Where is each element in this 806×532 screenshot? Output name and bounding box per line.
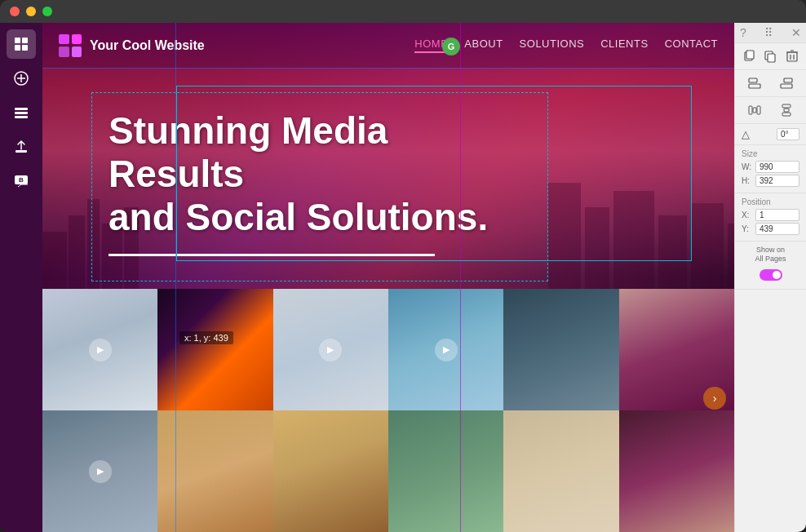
svg-rect-2 [15,45,20,51]
photo-cell-11[interactable] [503,410,618,532]
photo-grid: ▶ ▶ ▶ [42,289,734,532]
question-icon[interactable]: ? [740,26,746,39]
hero-content: Stunning Media Results and Social Soluti… [91,68,685,282]
x-value[interactable]: 1 [755,209,799,221]
svg-rect-42 [782,113,790,116]
svg-rect-25 [746,51,754,59]
height-label: H: [742,176,753,185]
y-value[interactable]: 439 [755,223,799,235]
angle-value[interactable]: 0° [777,128,799,140]
nav-logo: Your Cool Website [59,34,205,57]
copy-icon[interactable] [740,47,758,65]
svg-rect-23 [728,224,734,289]
right-panel: ? ⠿ ✕ [734,23,806,532]
show-all-pages-section: Show on All Pages [735,242,806,290]
chat-btn[interactable]: B [7,166,36,196]
svg-rect-7 [15,108,28,110]
distribute-h-icon[interactable] [746,101,764,119]
logo-square-3 [59,47,69,57]
title-bar [0,0,806,23]
website-preview: Your Cool Website HOME ABOUT SOLUTIONS C… [42,23,734,532]
photo-cell-9[interactable] [273,410,388,532]
photo-cell-3[interactable]: ▶ [273,289,388,410]
logo-square-4 [72,47,82,57]
svg-rect-34 [749,84,760,88]
duplicate-icon[interactable] [761,47,779,65]
photo-cell-7[interactable]: ▶ [42,410,157,532]
svg-rect-27 [768,54,775,62]
photo-cell-4[interactable]: ▶ [388,289,503,410]
svg-rect-28 [787,52,797,61]
mac-window: B [0,0,806,532]
toggle-row [742,265,799,285]
left-toolbar: B [0,23,42,532]
toggle-switch[interactable] [760,269,782,281]
hero-divider-line [108,254,435,256]
width-field: W: 990 [742,161,799,173]
panel-header: ? ⠿ ✕ [735,23,806,43]
logo-square-2 [72,34,82,45]
editor-body: B [0,23,806,532]
hero-title-line1: Stunning Media Results [108,109,388,195]
height-value[interactable]: 392 [755,175,799,187]
align-left-icon[interactable] [746,74,764,92]
nav-solutions[interactable]: SOLUTIONS [520,38,585,53]
width-value[interactable]: 990 [755,161,799,173]
grid-icon-btn[interactable] [7,29,36,59]
nav-links: HOME ABOUT SOLUTIONS CLIENTS CONTACT [414,38,718,53]
photo-cell-10[interactable] [388,410,503,532]
panel-icon-row-3 [735,97,806,124]
maximize-button[interactable] [42,7,52,16]
align-right-icon[interactable] [777,74,795,92]
play-btn-1[interactable]: ▶ [89,339,112,361]
delete-icon[interactable] [783,47,801,65]
svg-rect-0 [15,38,20,43]
x-label: X: [742,211,753,219]
photo-cell-5[interactable] [503,289,618,410]
logo-square-1 [59,34,69,45]
svg-rect-40 [782,104,790,108]
svg-rect-13 [42,232,67,289]
y-label: Y: [742,224,753,233]
size-label: Size [742,149,799,158]
photo-cell-8[interactable] [157,410,272,532]
photo-cell-1[interactable]: ▶ [42,289,157,410]
svg-rect-3 [22,45,28,51]
svg-rect-33 [749,78,757,82]
height-field: H: 392 [742,175,799,187]
hero-title: Stunning Media Results and Social Soluti… [108,109,531,239]
nav-contact[interactable]: CONTACT [665,38,718,53]
distribute-v-icon[interactable] [777,101,795,119]
hero-text-box[interactable]: Stunning Media Results and Social Soluti… [91,92,548,282]
x-field: X: 1 [742,209,799,221]
upload-btn[interactable] [7,132,36,162]
photo-cell-12[interactable] [619,410,734,532]
svg-rect-14 [69,215,85,289]
layers-btn[interactable] [7,98,36,127]
svg-rect-36 [781,84,792,88]
nav-about[interactable]: ABOUT [464,38,503,53]
svg-rect-41 [784,109,789,112]
play-btn-3[interactable]: ▶ [319,339,342,361]
next-arrow[interactable]: › [703,387,726,410]
grid-dots-icon[interactable]: ⠿ [764,26,773,39]
play-btn-4[interactable]: ▶ [435,339,458,361]
svg-rect-22 [691,203,724,289]
svg-text:B: B [19,176,24,184]
play-btn-7[interactable]: ▶ [89,460,112,483]
position-label: Position [742,197,799,206]
svg-rect-10 [16,150,27,153]
logo-text: Your Cool Website [90,38,205,53]
width-label: W: [742,162,753,171]
panel-icon-row-2 [735,70,806,97]
coordinates-display: x: 1, y: 439 [179,331,233,344]
photo-cell-2[interactable] [157,289,272,410]
minimize-button[interactable] [26,7,36,16]
close-button[interactable] [10,7,20,16]
panel-close-icon[interactable]: ✕ [791,26,801,39]
add-element-btn[interactable] [7,64,36,93]
green-indicator [442,38,460,55]
nav-clients[interactable]: CLIENTS [600,38,648,53]
angle-icon: △ [742,128,750,140]
svg-rect-38 [753,108,756,113]
